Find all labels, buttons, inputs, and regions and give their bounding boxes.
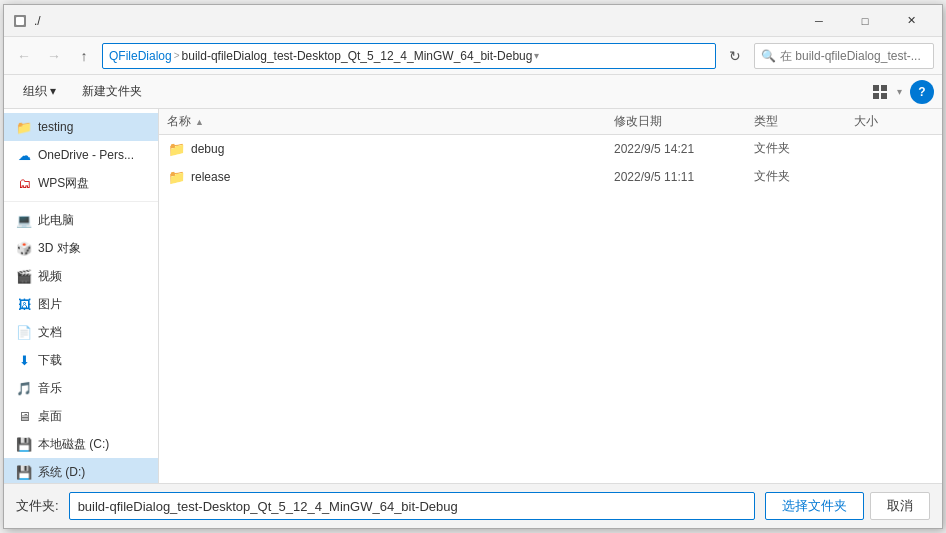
sidebar-item-label: 本地磁盘 (C:): [38, 436, 109, 453]
sidebar-item-desktop[interactable]: 🖥 桌面: [4, 402, 158, 430]
file-date: 2022/9/5 14:21: [614, 142, 754, 156]
file-list-header: 名称 ▲ 修改日期 类型 大小: [159, 109, 942, 135]
organize-label: 组织 ▾: [23, 83, 56, 100]
up-button[interactable]: ↑: [72, 44, 96, 68]
sidebar-item-label: 文档: [38, 324, 62, 341]
sidebar-item-local-disk[interactable]: 💾 本地磁盘 (C:): [4, 430, 158, 458]
window-icon: [12, 13, 28, 29]
music-icon: 🎵: [16, 380, 32, 396]
cancel-button[interactable]: 取消: [870, 492, 930, 520]
cloud-icon: ☁: [16, 147, 32, 163]
column-type-label: 类型: [754, 114, 778, 128]
folder-icon: 📁: [167, 168, 185, 186]
forward-button[interactable]: →: [42, 44, 66, 68]
help-label: ?: [918, 85, 925, 99]
chevron-down-icon: ▾: [534, 50, 539, 61]
sidebar-item-wps[interactable]: 🗂 WPS网盘: [4, 169, 158, 197]
sidebar-item-downloads[interactable]: ⬇ 下载: [4, 346, 158, 374]
toolbar: 组织 ▾ 新建文件夹 ▾ ?: [4, 75, 942, 109]
desktop-icon: 🖥: [16, 408, 32, 424]
title-bar-buttons: ─ □ ✕: [796, 5, 934, 37]
computer-icon: 💻: [16, 212, 32, 228]
sidebar-item-label: 下载: [38, 352, 62, 369]
select-folder-button[interactable]: 选择文件夹: [765, 492, 864, 520]
filename-label: 文件夹:: [16, 497, 59, 515]
column-size-label: 大小: [854, 114, 878, 128]
breadcrumb-item-current[interactable]: build-qfileDialog_test-Desktop_Qt_5_12_4…: [182, 49, 533, 63]
file-name: release: [191, 170, 614, 184]
drive-c-icon: 💾: [16, 436, 32, 452]
picture-icon: 🖼: [16, 296, 32, 312]
svg-rect-5: [881, 93, 887, 99]
address-path[interactable]: QFileDialog > build-qfileDialog_test-Des…: [102, 43, 716, 69]
organize-button[interactable]: 组织 ▾: [12, 79, 67, 105]
sidebar-item-testing[interactable]: 📁 testing: [4, 113, 158, 141]
help-button[interactable]: ?: [910, 80, 934, 104]
refresh-button[interactable]: ↻: [722, 43, 748, 69]
sidebar-item-label: 音乐: [38, 380, 62, 397]
close-button[interactable]: ✕: [888, 5, 934, 37]
column-name-header[interactable]: 名称 ▲: [167, 113, 614, 130]
back-button[interactable]: ←: [12, 44, 36, 68]
table-row[interactable]: 📁 release 2022/9/5 11:11 文件夹: [159, 163, 942, 191]
breadcrumb-item-qfiledialog[interactable]: QFileDialog: [109, 49, 172, 63]
sidebar-item-videos[interactable]: 🎬 视频: [4, 262, 158, 290]
file-list: 📁 debug 2022/9/5 14:21 文件夹 📁 release 202…: [159, 135, 942, 483]
sidebar: 📁 testing ☁ OneDrive - Pers... 🗂 WPS网盘 💻…: [4, 109, 159, 483]
3d-icon: 🎲: [16, 240, 32, 256]
sidebar-item-label: 系统 (D:): [38, 464, 85, 481]
bottom-buttons: 选择文件夹 取消: [765, 492, 930, 520]
address-bar: ← → ↑ QFileDialog > build-qfileDialog_te…: [4, 37, 942, 75]
svg-rect-2: [873, 85, 879, 91]
new-folder-button[interactable]: 新建文件夹: [71, 79, 153, 105]
title-bar: ./ ─ □ ✕: [4, 5, 942, 37]
folder-icon: 📁: [167, 140, 185, 158]
search-box[interactable]: 🔍: [754, 43, 934, 69]
bottom-bar: 文件夹: 选择文件夹 取消: [4, 483, 942, 528]
table-row[interactable]: 📁 debug 2022/9/5 14:21 文件夹: [159, 135, 942, 163]
column-size-header[interactable]: 大小: [854, 113, 934, 130]
search-icon: 🔍: [761, 49, 776, 63]
sidebar-item-label: 图片: [38, 296, 62, 313]
sidebar-item-3d-objects[interactable]: 🎲 3D 对象: [4, 234, 158, 262]
title-bar-text: ./: [34, 14, 796, 28]
svg-rect-4: [873, 93, 879, 99]
dialog-window: ./ ─ □ ✕ ← → ↑ QFileDialog > build-qfile…: [3, 4, 943, 529]
sort-icon: ▲: [195, 117, 204, 127]
sidebar-item-label: 视频: [38, 268, 62, 285]
sidebar-item-label: OneDrive - Pers...: [38, 148, 134, 162]
file-name: debug: [191, 142, 614, 156]
search-input[interactable]: [780, 49, 927, 63]
document-icon: 📄: [16, 324, 32, 340]
drive-d-icon: 💾: [16, 464, 32, 480]
view-icon: [872, 84, 888, 100]
sidebar-item-pictures[interactable]: 🖼 图片: [4, 290, 158, 318]
new-folder-label: 新建文件夹: [82, 83, 142, 100]
column-type-header[interactable]: 类型: [754, 113, 854, 130]
sidebar-item-documents[interactable]: 📄 文档: [4, 318, 158, 346]
view-toggle-button[interactable]: [867, 79, 893, 105]
filename-input[interactable]: [69, 492, 755, 520]
breadcrumb: QFileDialog > build-qfileDialog_test-Des…: [109, 49, 709, 63]
sidebar-item-label: 3D 对象: [38, 240, 81, 257]
sidebar-divider: [4, 201, 158, 202]
column-date-label: 修改日期: [614, 114, 662, 128]
sidebar-item-onedrive[interactable]: ☁ OneDrive - Pers...: [4, 141, 158, 169]
sidebar-item-this-pc[interactable]: 💻 此电脑: [4, 206, 158, 234]
minimize-button[interactable]: ─: [796, 5, 842, 37]
column-name-label: 名称: [167, 113, 191, 130]
file-list-container: 名称 ▲ 修改日期 类型 大小 📁 debug 2022/9/5 14:21: [159, 109, 942, 483]
wps-icon: 🗂: [16, 175, 32, 191]
sidebar-item-music[interactable]: 🎵 音乐: [4, 374, 158, 402]
maximize-button[interactable]: □: [842, 5, 888, 37]
main-content: 📁 testing ☁ OneDrive - Pers... 🗂 WPS网盘 💻…: [4, 109, 942, 483]
sidebar-item-system-d[interactable]: 💾 系统 (D:): [4, 458, 158, 483]
video-icon: 🎬: [16, 268, 32, 284]
file-type: 文件夹: [754, 140, 854, 157]
svg-rect-3: [881, 85, 887, 91]
sidebar-item-label: testing: [38, 120, 73, 134]
column-date-header[interactable]: 修改日期: [614, 113, 754, 130]
sidebar-item-label: WPS网盘: [38, 175, 89, 192]
svg-rect-1: [16, 17, 24, 25]
download-icon: ⬇: [16, 352, 32, 368]
